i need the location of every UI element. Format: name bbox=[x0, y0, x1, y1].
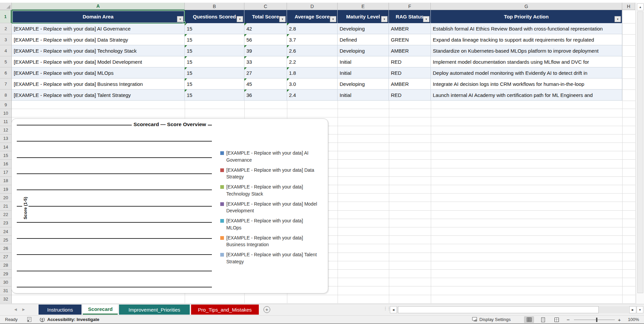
cell-domain-row-6[interactable]: [EXAMPLE - Replace with your data] MLOps bbox=[12, 67, 185, 78]
cell-avg-row-3[interactable]: 3.7 bbox=[287, 34, 338, 45]
scroll-left-button[interactable]: ◄ bbox=[390, 306, 397, 313]
column-header-D[interactable]: D bbox=[287, 3, 338, 10]
cell-domain-row-3[interactable]: [EXAMPLE - Replace with your data] Data … bbox=[12, 34, 185, 45]
cell-maturity-row-8[interactable]: Initial bbox=[338, 90, 389, 101]
header-cell-maturity-level[interactable]: Maturity Level▾ bbox=[338, 10, 389, 23]
column-header-E[interactable]: E bbox=[338, 3, 389, 10]
tab-splitter-handle[interactable]: ⋮⋮ bbox=[383, 306, 391, 311]
cell-total-row-8[interactable]: 36 bbox=[244, 90, 287, 101]
row-header-7[interactable]: 7 bbox=[0, 78, 11, 90]
row-header-23[interactable]: 23 bbox=[0, 219, 11, 227]
row-header-15[interactable]: 15 bbox=[0, 151, 11, 160]
filter-dropdown-button[interactable]: ▾ bbox=[279, 16, 286, 22]
row-header-16[interactable]: 16 bbox=[0, 160, 11, 168]
fill-handle[interactable] bbox=[183, 21, 185, 24]
cell-rag-row-3[interactable]: GREEN bbox=[389, 34, 431, 45]
cell-action-row-3[interactable]: Expand data lineage tracking to support … bbox=[431, 34, 622, 45]
new-sheet-button[interactable]: + bbox=[264, 306, 270, 313]
cell-questions-row-5[interactable]: 15 bbox=[185, 56, 244, 67]
cell-rag-row-7[interactable]: AMBER bbox=[389, 78, 431, 90]
cell-maturity-row-6[interactable]: Initial bbox=[338, 67, 389, 78]
cell-action-row-4[interactable]: Standardize on Kubernetes-based MLOps pl… bbox=[431, 45, 622, 56]
cell-rag-row-5[interactable]: RED bbox=[389, 56, 431, 67]
row-header-28[interactable]: 28 bbox=[0, 261, 11, 270]
filter-dropdown-button[interactable]: ▾ bbox=[177, 16, 183, 22]
row-header-22[interactable]: 22 bbox=[0, 211, 11, 219]
vertical-scrollbar-thumb[interactable] bbox=[637, 11, 643, 293]
row-header-26[interactable]: 26 bbox=[0, 244, 11, 253]
cell-avg-row-8[interactable]: 2.4 bbox=[287, 90, 338, 101]
cell-action-row-8[interactable]: Launch internal AI Academy with certific… bbox=[431, 90, 622, 101]
cell-total-row-3[interactable]: 56 bbox=[244, 34, 287, 45]
cell-domain-row-4[interactable]: [EXAMPLE - Replace with your data] Techn… bbox=[12, 45, 185, 56]
cell-domain-row-8[interactable]: [EXAMPLE - Replace with your data] Talen… bbox=[12, 90, 185, 101]
vertical-scrollbar[interactable]: ▲ bbox=[636, 3, 644, 305]
cell-domain-row-5[interactable]: [EXAMPLE - Replace with your data] Model… bbox=[12, 56, 185, 67]
row-header-10[interactable]: 10 bbox=[0, 109, 11, 117]
row-header-29[interactable]: 29 bbox=[0, 270, 11, 278]
row-header-8[interactable]: 8 bbox=[0, 90, 11, 101]
column-header-H[interactable]: H bbox=[622, 3, 635, 10]
cell-domain-row-7[interactable]: [EXAMPLE - Replace with your data] Busin… bbox=[12, 78, 185, 90]
sheet-tab-improvement_priorities[interactable]: Improvement_Priorities bbox=[119, 305, 189, 315]
header-cell-domain-area[interactable]: Domain Area▾ bbox=[12, 10, 185, 23]
row-header-21[interactable]: 21 bbox=[0, 202, 11, 210]
row-header-25[interactable]: 25 bbox=[0, 236, 11, 244]
row-header-30[interactable]: 30 bbox=[0, 278, 11, 286]
select-all-corner[interactable] bbox=[0, 3, 12, 10]
zoom-slider-handle[interactable] bbox=[596, 318, 597, 322]
row-header-19[interactable]: 19 bbox=[0, 185, 11, 194]
header-cell-total-score[interactable]: Total Score▾ bbox=[244, 10, 287, 23]
row-header-11[interactable]: 11 bbox=[0, 117, 11, 126]
column-header-G[interactable]: G bbox=[431, 3, 622, 10]
cell-maturity-row-5[interactable]: Initial bbox=[338, 56, 389, 67]
row-header-5[interactable]: 5 bbox=[0, 56, 11, 67]
row-header-18[interactable]: 18 bbox=[0, 177, 11, 185]
cell-maturity-row-2[interactable]: Developing bbox=[338, 23, 389, 34]
cell-questions-row-2[interactable]: 15 bbox=[185, 23, 244, 34]
filter-dropdown-button[interactable]: ▾ bbox=[423, 16, 429, 22]
row-header-31[interactable]: 31 bbox=[0, 286, 11, 295]
header-cell-questions-scored[interactable]: Questions Scored▾ bbox=[185, 10, 244, 23]
cell-maturity-row-4[interactable]: Developing bbox=[338, 45, 389, 56]
zoom-level[interactable]: 100% bbox=[628, 317, 639, 322]
column-header-C[interactable]: C bbox=[244, 3, 287, 10]
row-header-14[interactable]: 14 bbox=[0, 143, 11, 151]
row-header-20[interactable]: 20 bbox=[0, 194, 11, 202]
header-cell-average-score[interactable]: Average Score▾ bbox=[287, 10, 338, 23]
row-header-13[interactable]: 13 bbox=[0, 134, 11, 143]
cell-total-row-2[interactable]: 42 bbox=[244, 23, 287, 34]
scorecard-chart[interactable]: Scorecard — Score Overview Score (1-5) [… bbox=[11, 118, 328, 293]
cell-questions-row-8[interactable]: 15 bbox=[185, 90, 244, 101]
cell-maturity-row-3[interactable]: Defined bbox=[338, 34, 389, 45]
cell-avg-row-2[interactable]: 2.8 bbox=[287, 23, 338, 34]
row-header-6[interactable]: 6 bbox=[0, 67, 11, 78]
cell-rag-row-6[interactable]: RED bbox=[389, 67, 431, 78]
cell-domain-row-2[interactable]: [EXAMPLE - Replace with your data] AI Go… bbox=[12, 23, 185, 34]
row-header-4[interactable]: 4 bbox=[0, 45, 11, 56]
sheet-tab-instructions[interactable]: Instructions bbox=[39, 305, 81, 315]
row-header-2[interactable]: 2 bbox=[0, 23, 11, 34]
cell-rag-row-8[interactable]: RED bbox=[389, 90, 431, 101]
cell-action-row-2[interactable]: Establish formal AI Ethics Review Board … bbox=[431, 23, 622, 34]
accessibility-status[interactable]: Accessibility: Investigate bbox=[47, 317, 99, 322]
row-header-9[interactable]: 9 bbox=[0, 101, 11, 109]
header-cell-rag-status[interactable]: RAG Status▾ bbox=[389, 10, 431, 23]
row-header-3[interactable]: 3 bbox=[0, 34, 11, 45]
sheet-tab-scorecard[interactable]: Scorecard bbox=[83, 305, 118, 315]
cell-maturity-row-7[interactable]: Developing bbox=[338, 78, 389, 90]
filter-dropdown-button[interactable]: ▾ bbox=[614, 16, 621, 22]
horizontal-scrollbar-thumb[interactable] bbox=[398, 306, 599, 313]
cell-avg-row-6[interactable]: 1.8 bbox=[287, 67, 338, 78]
cell-questions-row-6[interactable]: 15 bbox=[185, 67, 244, 78]
row-header-32[interactable]: 32 bbox=[0, 295, 11, 304]
cell-rag-row-4[interactable]: AMBER bbox=[389, 45, 431, 56]
zoom-in-button[interactable]: + bbox=[618, 317, 621, 323]
filter-dropdown-button[interactable]: ▾ bbox=[381, 16, 388, 22]
cell-total-row-6[interactable]: 27 bbox=[244, 67, 287, 78]
column-header-F[interactable]: F bbox=[389, 3, 431, 10]
display-settings-button[interactable]: Display Settings bbox=[479, 317, 511, 322]
scroll-up-button[interactable]: ▲ bbox=[637, 3, 644, 10]
row-header-17[interactable]: 17 bbox=[0, 168, 11, 177]
row-header-1[interactable]: 1 bbox=[0, 10, 11, 23]
